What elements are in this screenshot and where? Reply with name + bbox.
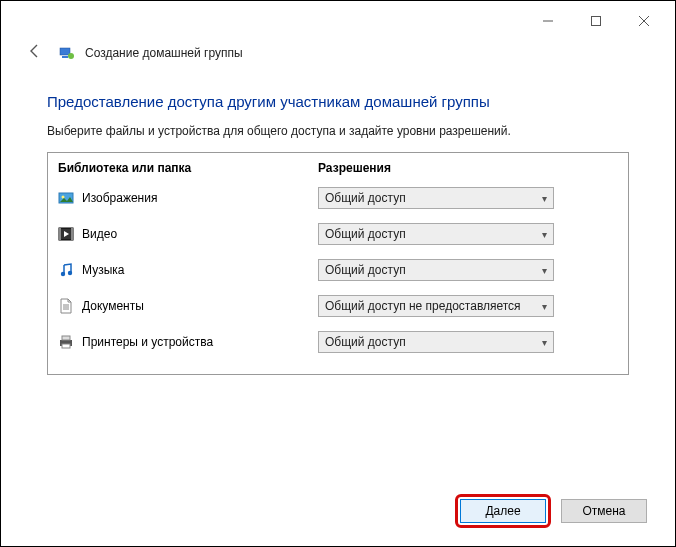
instruction-text: Выберите файлы и устройства для общего д… [47,124,629,138]
permission-value: Общий доступ [325,227,406,241]
cancel-button[interactable]: Отмена [561,499,647,523]
minimize-button[interactable] [531,9,565,33]
svg-rect-11 [71,228,73,240]
videos-icon [58,226,74,242]
permissions-header: Библиотека или папка Разрешения [48,153,628,180]
next-highlight: Далее [455,494,551,528]
library-label: Изображения [82,191,157,205]
chevron-down-icon: ▾ [542,229,547,240]
svg-point-14 [68,271,72,275]
permissions-box: Библиотека или папка Разрешения Изображе… [47,152,629,375]
library-label: Принтеры и устройства [82,335,213,349]
svg-rect-20 [62,336,70,340]
permission-select-videos[interactable]: Общий доступ ▾ [318,223,554,245]
column-header-library: Библиотека или папка [58,161,318,175]
svg-rect-1 [592,17,601,26]
permission-value: Общий доступ [325,191,406,205]
page-heading: Предоставление доступа другим участникам… [47,93,629,110]
chevron-down-icon: ▾ [542,337,547,348]
chevron-down-icon: ▾ [542,193,547,204]
svg-rect-4 [60,48,70,55]
pictures-icon [58,190,74,206]
svg-point-6 [68,53,74,59]
close-button[interactable] [627,9,661,33]
library-cell: Музыка [58,262,318,278]
content-area: Предоставление доступа другим участникам… [1,71,675,375]
library-cell: Принтеры и устройства [58,334,318,350]
row-videos: Видео Общий доступ ▾ [48,216,628,252]
permission-select-music[interactable]: Общий доступ ▾ [318,259,554,281]
row-music: Музыка Общий доступ ▾ [48,252,628,288]
permission-value: Общий доступ [325,335,406,349]
svg-rect-10 [59,228,61,240]
library-label: Документы [82,299,144,313]
row-printers: Принтеры и устройства Общий доступ ▾ [48,324,628,360]
window-controls [531,3,667,33]
chevron-down-icon: ▾ [542,301,547,312]
dialog-window: Создание домашней группы Предоставление … [1,1,675,546]
titlebar [1,1,675,35]
chevron-down-icon: ▾ [542,265,547,276]
library-label: Видео [82,227,117,241]
permission-select-printers[interactable]: Общий доступ ▾ [318,331,554,353]
next-button[interactable]: Далее [460,499,546,523]
permission-select-documents[interactable]: Общий доступ не предоставляется ▾ [318,295,554,317]
svg-rect-21 [62,344,70,348]
window-title: Создание домашней группы [85,46,243,60]
row-pictures: Изображения Общий доступ ▾ [48,180,628,216]
row-documents: Документы Общий доступ не предоставляетс… [48,288,628,324]
library-cell: Видео [58,226,318,242]
permission-select-pictures[interactable]: Общий доступ ▾ [318,187,554,209]
documents-icon [58,298,74,314]
column-header-permission: Разрешения [318,161,618,175]
svg-rect-5 [62,56,68,58]
permission-value: Общий доступ не предоставляется [325,299,521,313]
footer-buttons: Далее Отмена [455,494,647,528]
header-row: Создание домашней группы [1,35,675,71]
homegroup-icon [59,45,75,61]
printers-icon [58,334,74,350]
music-icon [58,262,74,278]
back-button[interactable] [21,41,49,65]
permission-value: Общий доступ [325,263,406,277]
library-label: Музыка [82,263,124,277]
library-cell: Документы [58,298,318,314]
library-cell: Изображения [58,190,318,206]
maximize-button[interactable] [579,9,613,33]
